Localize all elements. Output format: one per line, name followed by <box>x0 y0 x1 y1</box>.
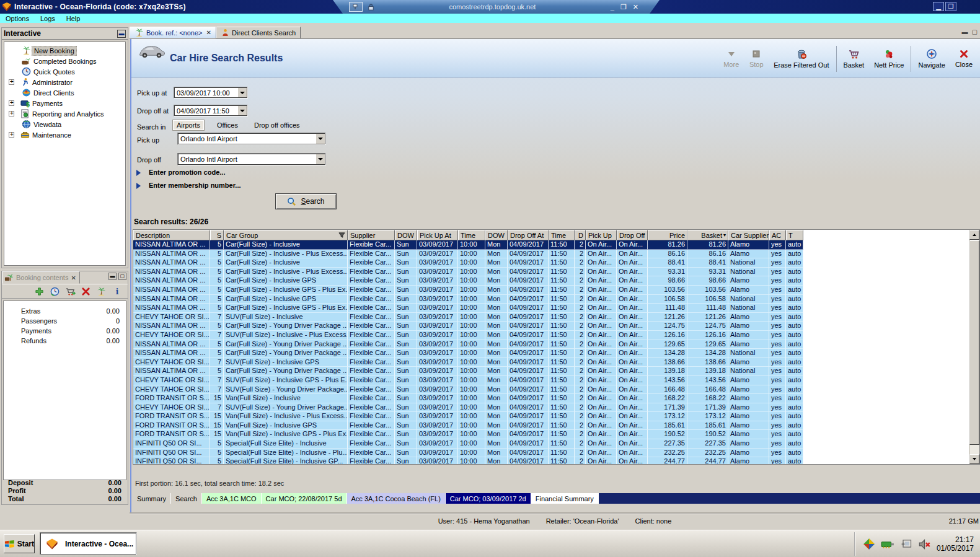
sidebar-item-reporting-and-analytics[interactable]: Reporting and Analytics <box>4 108 125 119</box>
rdp-restore-button[interactable]: ❐ <box>620 3 627 11</box>
rdp-minimize-button[interactable]: _ <box>611 3 614 11</box>
dropoff-dropdown-button[interactable] <box>316 154 325 165</box>
table-row[interactable]: CHEVY TAHOE OR SI...7SUV(Full Size) - Yo… <box>133 385 969 395</box>
sidebar-item-payments[interactable]: $Payments <box>4 98 125 108</box>
table-row[interactable]: NISSAN ALTIMA OR ...5Car(Full Size) - In… <box>133 268 969 277</box>
table-row[interactable]: INFINITI Q50 OR SI...5Special(Full Size … <box>133 439 969 449</box>
nett-price-button[interactable]: Nett Price <box>869 47 909 70</box>
column-header-drop-off[interactable]: Drop Off <box>617 230 648 240</box>
sidebar-item-viewdata[interactable]: Viewdata <box>4 119 125 129</box>
dropoff-at-dropdown-button[interactable] <box>237 105 247 116</box>
menu-item-help[interactable]: Help <box>61 15 86 22</box>
menu-item-options[interactable]: Options <box>0 15 35 22</box>
sidebar-item-new-booking[interactable]: New Booking <box>4 45 125 56</box>
bottom-tab-car-mco-22-08-2017-5d[interactable]: Car MCO; 22/08/2017 5d <box>262 493 347 504</box>
sidebar-item-direct-clients[interactable]: Direct Clients <box>4 87 125 98</box>
tree-expand-icon[interactable] <box>9 100 14 106</box>
booking-panel-maximize-button[interactable]: ▢ <box>118 273 126 280</box>
dropoff-combo[interactable]: Orlando Intl Airport <box>177 153 326 165</box>
table-row[interactable]: NISSAN ALTIMA OR ...5Car(Full Size) - Yo… <box>133 340 969 349</box>
sidebar-item-completed-bookings[interactable]: Completed Bookings <box>4 56 125 66</box>
table-row[interactable]: FORD TRANSIT OR S...15Van(Full Size) - I… <box>133 412 969 421</box>
sidebar-item-maintenance[interactable]: Maintenance <box>4 129 125 140</box>
rdp-close-button[interactable]: ✕ <box>633 3 638 11</box>
erase-filtered-out-button[interactable]: Erase Filtered Out <box>769 47 834 70</box>
column-header-basket[interactable]: Basket▾ <box>687 230 728 240</box>
booking-toolbar-new-booking-button[interactable] <box>96 286 106 296</box>
navigate-button[interactable]: Navigate <box>913 47 950 70</box>
booking-contents-tab[interactable]: Booking contents ✕ <box>2 271 80 284</box>
taskbar-clock[interactable]: 21:17 01/05/2017 <box>937 535 979 553</box>
column-header-time[interactable]: Time <box>549 230 575 240</box>
removable-device-tray-icon[interactable] <box>900 538 912 550</box>
table-row[interactable]: CHEVY TAHOE OR SI...7SUV(Full Size) - In… <box>133 358 969 367</box>
column-header-d[interactable]: D <box>575 230 586 240</box>
column-header-ac[interactable]: AC <box>769 230 786 240</box>
start-button[interactable]: Start <box>4 534 35 553</box>
column-header-drop-off-at[interactable]: Drop Off At <box>508 230 549 240</box>
rdp-pin-button[interactable] <box>349 2 363 12</box>
column-header-dow[interactable]: DOW <box>395 230 417 240</box>
column-header-car-supplier[interactable]: Car Supplier <box>728 230 769 240</box>
tab-direct-clients-search[interactable]: Direct Clients Search <box>216 27 301 38</box>
table-row[interactable]: CHEVY TAHOE OR SI...7SUV(Full Size) - In… <box>133 313 969 322</box>
table-row[interactable]: NISSAN ALTIMA OR ...5Car(Full Size) - Yo… <box>133 322 969 331</box>
booking-toolbar-quick-quote-button[interactable] <box>50 286 60 296</box>
tab-close-icon[interactable]: ✕ <box>206 29 211 36</box>
column-header-dow[interactable]: DOW <box>485 230 508 240</box>
search-button[interactable]: Search <box>275 193 337 209</box>
column-header-pick-up-at[interactable]: Pick Up At <box>417 230 458 240</box>
promotion-code-expander[interactable]: Enter promotion code... <box>136 169 225 176</box>
table-row[interactable]: FORD TRANSIT OR S...15Van(Full Size) - I… <box>133 421 969 431</box>
bottom-tab-search[interactable]: Search <box>171 493 202 504</box>
booking-toolbar-info-button[interactable]: i <box>112 286 121 296</box>
column-header-supplier[interactable]: Supplier <box>348 230 395 240</box>
table-row[interactable]: CHEVY TAHOE OR SI...7SUV(Full Size) - Yo… <box>133 403 969 413</box>
scroll-up-button[interactable] <box>969 230 979 240</box>
tree-expand-icon[interactable] <box>9 132 14 138</box>
membership-number-expander[interactable]: Enter membership number... <box>136 182 241 189</box>
bottom-tab-summary[interactable]: Summary <box>133 493 171 504</box>
table-row[interactable]: NISSAN ALTIMA OR ...5Car(Full Size) - In… <box>133 250 969 259</box>
column-header-time[interactable]: Time <box>458 230 485 240</box>
menu-item-logs[interactable]: Logs <box>35 15 61 22</box>
pickup-combo[interactable]: Orlando Intl Airport <box>177 133 326 145</box>
table-row[interactable]: CHEVY TAHOE OR SI...7SUV(Full Size) - In… <box>133 331 969 340</box>
vertical-scrollbar[interactable] <box>969 230 979 464</box>
bottom-tab-financial-summary[interactable]: Financial Summary <box>531 493 599 504</box>
bottom-tab-acc-3a-1c-cocoa-beach-fl-[interactable]: Acc 3A,1C Cocoa Beach (FL) <box>347 493 446 504</box>
booking-panel-minimize-button[interactable]: ▬ <box>108 273 117 280</box>
table-row[interactable]: NISSAN ALTIMA OR ...5Car(Full Size) - In… <box>133 304 969 313</box>
sidebar-item-quick-quotes[interactable]: Quick Quotes <box>4 66 125 77</box>
booking-toolbar-add-button[interactable] <box>34 286 44 296</box>
table-row[interactable]: NISSAN ALTIMA OR ...5Car(Full Size) - In… <box>133 240 969 250</box>
column-header-price[interactable]: Price <box>648 230 687 240</box>
table-row[interactable]: FORD TRANSIT OR S...15Van(Full Size) - I… <box>133 430 969 439</box>
antivirus-tray-icon[interactable] <box>863 538 875 550</box>
search-in-option-airports[interactable]: Airports <box>172 120 205 131</box>
search-in-option-offices[interactable]: Offices <box>213 120 242 130</box>
taskbar-app-button[interactable]: Interactive - Ocea... <box>40 532 137 555</box>
dropoff-at-input[interactable]: 04/09/2017 11:50 <box>174 105 248 116</box>
window-restore-button[interactable]: ❐ <box>945 2 956 11</box>
column-header-car-group[interactable]: Car Group <box>224 230 348 240</box>
table-row[interactable]: NISSAN ALTIMA OR ...5Car(Full Size) - In… <box>133 258 969 268</box>
tree-expand-icon[interactable] <box>9 79 14 85</box>
window-minimize-button[interactable]: ▁ <box>933 2 944 11</box>
close-button[interactable]: Close <box>950 48 978 69</box>
bottom-tab-car-mco-03-09-2017-2d[interactable]: Car MCO; 03/09/2017 2d <box>446 493 531 504</box>
mdi-restore-icon[interactable]: ▢ <box>972 29 978 35</box>
bottom-tab-acc-3a-1c-mco[interactable]: Acc 3A,1C MCO <box>202 493 262 504</box>
search-in-option-drop-off-offices[interactable]: Drop off offices <box>250 120 304 130</box>
table-row[interactable]: NISSAN ALTIMA OR ...5Car(Full Size) - Yo… <box>133 349 969 358</box>
panel-collapse-button[interactable]: ▬ <box>117 30 126 38</box>
scroll-thumb[interactable] <box>969 240 979 445</box>
booking-toolbar-delete-button[interactable] <box>81 286 90 296</box>
sidebar-item-administrator[interactable]: Administrator <box>4 77 125 87</box>
table-row[interactable]: INFINITI Q50 OR SI...5Special(Full Size … <box>133 457 969 464</box>
scroll-down-button[interactable] <box>969 454 979 464</box>
tree-expand-icon[interactable] <box>9 111 14 116</box>
network-adapter-tray-icon[interactable] <box>881 539 894 549</box>
pickup-at-dropdown-button[interactable] <box>237 87 247 98</box>
table-row[interactable]: NISSAN ALTIMA OR ...5Car(Full Size) - Yo… <box>133 367 969 376</box>
